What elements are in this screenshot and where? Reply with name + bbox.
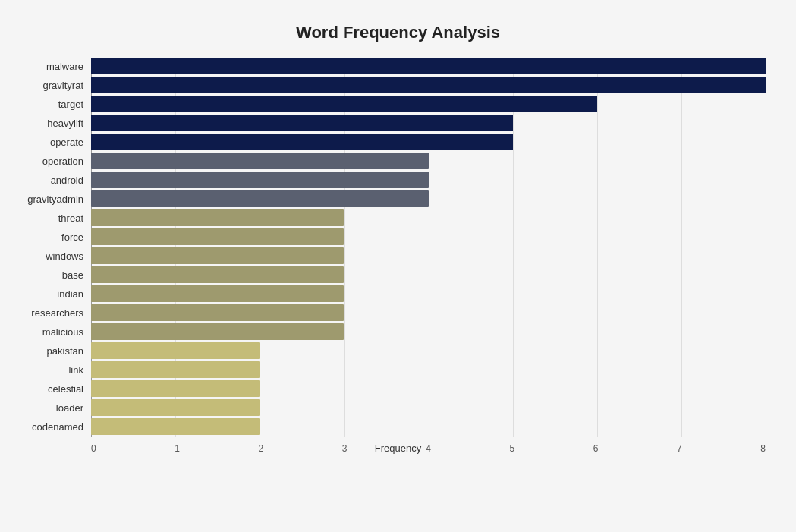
bar xyxy=(91,247,344,264)
bar-label: gravityrat xyxy=(8,80,91,91)
bar-row: indian xyxy=(91,285,766,302)
bar-label: operate xyxy=(8,137,91,148)
bar-row: threat xyxy=(91,209,766,226)
bar-row: android xyxy=(91,172,766,188)
bar-row: link xyxy=(91,361,766,378)
bar-row: force xyxy=(91,228,766,245)
bar-row: operate xyxy=(91,134,766,150)
bar-label: malware xyxy=(8,61,91,72)
bar xyxy=(91,399,260,416)
bar-row: codenamed xyxy=(91,418,766,435)
bar-label: force xyxy=(8,231,91,243)
bars-area: malwaregravityrattargetheavyliftoperateo… xyxy=(91,58,766,437)
chart-title: Word Frequency Analysis xyxy=(30,23,766,42)
bar xyxy=(91,209,344,226)
x-tick-label: 2 xyxy=(259,443,264,454)
bar-label: heavylift xyxy=(8,118,91,129)
bar-label: indian xyxy=(8,288,91,300)
bar-row: windows xyxy=(91,247,766,264)
bar-label: link xyxy=(8,364,91,376)
bar xyxy=(91,153,429,169)
bar xyxy=(91,190,429,207)
x-tick-label: 6 xyxy=(593,443,599,454)
bar xyxy=(91,285,344,302)
bar-label: codenamed xyxy=(8,421,91,433)
bar-row: researchers xyxy=(91,304,766,321)
bar-label: target xyxy=(8,99,91,110)
bar xyxy=(91,342,260,359)
bar xyxy=(91,228,344,245)
bar xyxy=(91,418,260,435)
bar xyxy=(91,115,513,131)
x-tick-label: 7 xyxy=(677,443,682,454)
x-tick-label: 1 xyxy=(175,443,180,454)
bar-label: operation xyxy=(8,156,91,167)
bar xyxy=(91,266,344,283)
bar xyxy=(91,96,597,112)
bar xyxy=(91,58,766,74)
bar-row: base xyxy=(91,266,766,283)
bar-label: windows xyxy=(8,250,91,262)
bar-label: gravityadmin xyxy=(8,194,91,205)
bar-row: target xyxy=(91,96,766,112)
bar xyxy=(91,323,344,340)
x-tick-label: 4 xyxy=(426,443,431,454)
bar-label: malicious xyxy=(8,326,91,338)
bar-label: base xyxy=(8,269,91,281)
bar xyxy=(91,380,260,397)
x-tick-label: 8 xyxy=(760,443,766,454)
bar-label: android xyxy=(8,175,91,186)
bar-label: threat xyxy=(8,212,91,224)
bar-label: pakistan xyxy=(8,345,91,357)
x-tick-label: 5 xyxy=(509,443,514,454)
bar-label: celestial xyxy=(8,383,91,395)
bar-row: gravityadmin xyxy=(91,190,766,207)
bar-row: loader xyxy=(91,399,766,416)
bar-row: celestial xyxy=(91,380,766,397)
bar xyxy=(91,304,344,321)
chart-container: Word Frequency Analysis malwaregravityra… xyxy=(0,0,796,532)
bar-label: researchers xyxy=(8,307,91,319)
bar xyxy=(91,172,429,188)
x-axis-ticks: 012345678 xyxy=(91,443,766,454)
bar-row: gravityrat xyxy=(91,77,766,93)
x-tick-label: 0 xyxy=(91,443,96,454)
bar xyxy=(91,77,766,93)
bar-row: operation xyxy=(91,153,766,169)
x-tick-label: 3 xyxy=(342,443,348,454)
bar-row: pakistan xyxy=(91,342,766,359)
bar-row: malware xyxy=(91,58,766,74)
bar-label: loader xyxy=(8,402,91,414)
bar xyxy=(91,361,260,378)
bar xyxy=(91,134,513,150)
bar-row: malicious xyxy=(91,323,766,340)
bar-row: heavylift xyxy=(91,115,766,131)
